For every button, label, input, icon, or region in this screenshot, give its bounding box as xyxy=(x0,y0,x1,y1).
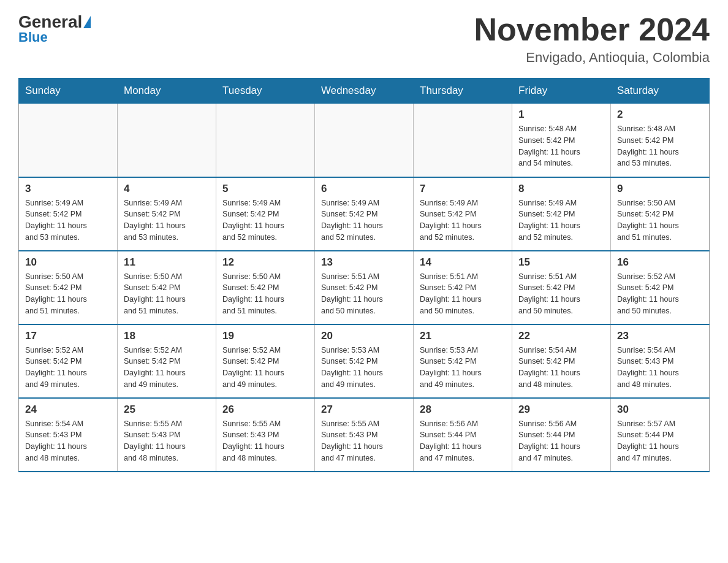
day-number: 27 xyxy=(321,404,407,416)
day-info: Sunrise: 5:56 AM Sunset: 5:44 PM Dayligh… xyxy=(518,418,604,464)
day-number: 20 xyxy=(321,330,407,342)
title-block: November 2024 Envigado, Antioquia, Colom… xyxy=(474,12,710,66)
calendar-cell: 18Sunrise: 5:52 AM Sunset: 5:42 PM Dayli… xyxy=(118,324,216,398)
calendar-cell: 3Sunrise: 5:49 AM Sunset: 5:42 PM Daylig… xyxy=(19,177,118,251)
calendar-cell: 13Sunrise: 5:51 AM Sunset: 5:42 PM Dayli… xyxy=(315,251,414,324)
day-number: 1 xyxy=(518,109,604,121)
day-number: 24 xyxy=(25,404,111,416)
calendar-cell: 20Sunrise: 5:53 AM Sunset: 5:42 PM Dayli… xyxy=(315,324,414,398)
day-number: 5 xyxy=(222,183,308,195)
calendar-cell: 26Sunrise: 5:55 AM Sunset: 5:43 PM Dayli… xyxy=(216,398,315,472)
calendar-cell: 9Sunrise: 5:50 AM Sunset: 5:42 PM Daylig… xyxy=(611,177,710,251)
calendar-title: November 2024 xyxy=(474,12,710,47)
day-of-week-wednesday: Wednesday xyxy=(315,79,414,104)
calendar-cell xyxy=(216,104,315,177)
day-number: 30 xyxy=(617,404,703,416)
day-info: Sunrise: 5:48 AM Sunset: 5:42 PM Dayligh… xyxy=(518,123,604,169)
day-info: Sunrise: 5:53 AM Sunset: 5:42 PM Dayligh… xyxy=(420,345,506,391)
calendar-week-row: 17Sunrise: 5:52 AM Sunset: 5:42 PM Dayli… xyxy=(19,324,710,398)
calendar-cell: 23Sunrise: 5:54 AM Sunset: 5:43 PM Dayli… xyxy=(611,324,710,398)
day-info: Sunrise: 5:56 AM Sunset: 5:44 PM Dayligh… xyxy=(420,418,506,464)
logo-triangle-icon xyxy=(83,16,91,28)
day-number: 8 xyxy=(518,183,604,195)
day-info: Sunrise: 5:50 AM Sunset: 5:42 PM Dayligh… xyxy=(617,197,703,243)
calendar-cell: 14Sunrise: 5:51 AM Sunset: 5:42 PM Dayli… xyxy=(414,251,512,324)
calendar-cell: 30Sunrise: 5:57 AM Sunset: 5:44 PM Dayli… xyxy=(611,398,710,472)
day-number: 9 xyxy=(617,183,703,195)
calendar-cell: 8Sunrise: 5:49 AM Sunset: 5:42 PM Daylig… xyxy=(512,177,611,251)
day-of-week-tuesday: Tuesday xyxy=(216,79,315,104)
calendar-cell: 21Sunrise: 5:53 AM Sunset: 5:42 PM Dayli… xyxy=(414,324,512,398)
day-info: Sunrise: 5:57 AM Sunset: 5:44 PM Dayligh… xyxy=(617,418,703,464)
calendar-week-row: 1Sunrise: 5:48 AM Sunset: 5:42 PM Daylig… xyxy=(19,104,710,177)
day-number: 21 xyxy=(420,330,506,342)
day-number: 22 xyxy=(518,330,604,342)
calendar-cell: 28Sunrise: 5:56 AM Sunset: 5:44 PM Dayli… xyxy=(414,398,512,472)
day-number: 29 xyxy=(518,404,604,416)
calendar-cell: 27Sunrise: 5:55 AM Sunset: 5:43 PM Dayli… xyxy=(315,398,414,472)
calendar-cell: 19Sunrise: 5:52 AM Sunset: 5:42 PM Dayli… xyxy=(216,324,315,398)
calendar-subtitle: Envigado, Antioquia, Colombia xyxy=(474,50,710,66)
calendar-cell: 15Sunrise: 5:51 AM Sunset: 5:42 PM Dayli… xyxy=(512,251,611,324)
day-of-week-friday: Friday xyxy=(512,79,611,104)
calendar-cell xyxy=(315,104,414,177)
day-info: Sunrise: 5:51 AM Sunset: 5:42 PM Dayligh… xyxy=(518,271,604,317)
day-info: Sunrise: 5:50 AM Sunset: 5:42 PM Dayligh… xyxy=(124,271,210,317)
calendar-cell: 6Sunrise: 5:49 AM Sunset: 5:42 PM Daylig… xyxy=(315,177,414,251)
day-info: Sunrise: 5:54 AM Sunset: 5:42 PM Dayligh… xyxy=(518,345,604,391)
calendar-cell xyxy=(118,104,216,177)
day-number: 4 xyxy=(124,183,210,195)
day-number: 26 xyxy=(222,404,308,416)
day-info: Sunrise: 5:54 AM Sunset: 5:43 PM Dayligh… xyxy=(617,345,703,391)
day-info: Sunrise: 5:52 AM Sunset: 5:42 PM Dayligh… xyxy=(25,345,111,391)
calendar-cell: 10Sunrise: 5:50 AM Sunset: 5:42 PM Dayli… xyxy=(19,251,118,324)
day-number: 25 xyxy=(124,404,210,416)
day-info: Sunrise: 5:51 AM Sunset: 5:42 PM Dayligh… xyxy=(420,271,506,317)
day-number: 15 xyxy=(518,256,604,269)
day-number: 7 xyxy=(420,183,506,195)
day-of-week-saturday: Saturday xyxy=(611,79,710,104)
day-number: 2 xyxy=(617,109,703,121)
calendar-cell: 29Sunrise: 5:56 AM Sunset: 5:44 PM Dayli… xyxy=(512,398,611,472)
calendar-cell: 7Sunrise: 5:49 AM Sunset: 5:42 PM Daylig… xyxy=(414,177,512,251)
calendar-cell: 5Sunrise: 5:49 AM Sunset: 5:42 PM Daylig… xyxy=(216,177,315,251)
day-number: 28 xyxy=(420,404,506,416)
day-info: Sunrise: 5:54 AM Sunset: 5:43 PM Dayligh… xyxy=(25,418,111,464)
day-info: Sunrise: 5:55 AM Sunset: 5:43 PM Dayligh… xyxy=(222,418,308,464)
day-number: 6 xyxy=(321,183,407,195)
logo: General Blue xyxy=(18,12,91,45)
day-number: 11 xyxy=(124,256,210,269)
day-info: Sunrise: 5:52 AM Sunset: 5:42 PM Dayligh… xyxy=(617,271,703,317)
calendar-table: SundayMondayTuesdayWednesdayThursdayFrid… xyxy=(18,78,710,472)
calendar-week-row: 10Sunrise: 5:50 AM Sunset: 5:42 PM Dayli… xyxy=(19,251,710,324)
day-number: 10 xyxy=(25,256,111,269)
day-number: 14 xyxy=(420,256,506,269)
calendar-cell: 22Sunrise: 5:54 AM Sunset: 5:42 PM Dayli… xyxy=(512,324,611,398)
day-of-week-monday: Monday xyxy=(118,79,216,104)
day-number: 23 xyxy=(617,330,703,342)
logo-blue: Blue xyxy=(18,29,48,45)
day-of-week-thursday: Thursday xyxy=(414,79,512,104)
day-info: Sunrise: 5:50 AM Sunset: 5:42 PM Dayligh… xyxy=(25,271,111,317)
day-number: 12 xyxy=(222,256,308,269)
day-number: 13 xyxy=(321,256,407,269)
calendar-cell xyxy=(19,104,118,177)
day-info: Sunrise: 5:49 AM Sunset: 5:42 PM Dayligh… xyxy=(321,197,407,243)
day-info: Sunrise: 5:55 AM Sunset: 5:43 PM Dayligh… xyxy=(124,418,210,464)
calendar-cell: 25Sunrise: 5:55 AM Sunset: 5:43 PM Dayli… xyxy=(118,398,216,472)
day-info: Sunrise: 5:52 AM Sunset: 5:42 PM Dayligh… xyxy=(222,345,308,391)
day-info: Sunrise: 5:50 AM Sunset: 5:42 PM Dayligh… xyxy=(222,271,308,317)
calendar-cell: 2Sunrise: 5:48 AM Sunset: 5:42 PM Daylig… xyxy=(611,104,710,177)
calendar-cell: 1Sunrise: 5:48 AM Sunset: 5:42 PM Daylig… xyxy=(512,104,611,177)
day-info: Sunrise: 5:48 AM Sunset: 5:42 PM Dayligh… xyxy=(617,123,703,169)
calendar-cell: 17Sunrise: 5:52 AM Sunset: 5:42 PM Dayli… xyxy=(19,324,118,398)
calendar-cell: 16Sunrise: 5:52 AM Sunset: 5:42 PM Dayli… xyxy=(611,251,710,324)
calendar-header-row: SundayMondayTuesdayWednesdayThursdayFrid… xyxy=(19,79,710,104)
day-info: Sunrise: 5:49 AM Sunset: 5:42 PM Dayligh… xyxy=(124,197,210,243)
calendar-cell: 11Sunrise: 5:50 AM Sunset: 5:42 PM Dayli… xyxy=(118,251,216,324)
day-number: 17 xyxy=(25,330,111,342)
day-of-week-sunday: Sunday xyxy=(19,79,118,104)
day-info: Sunrise: 5:49 AM Sunset: 5:42 PM Dayligh… xyxy=(518,197,604,243)
calendar-cell xyxy=(414,104,512,177)
day-number: 18 xyxy=(124,330,210,342)
